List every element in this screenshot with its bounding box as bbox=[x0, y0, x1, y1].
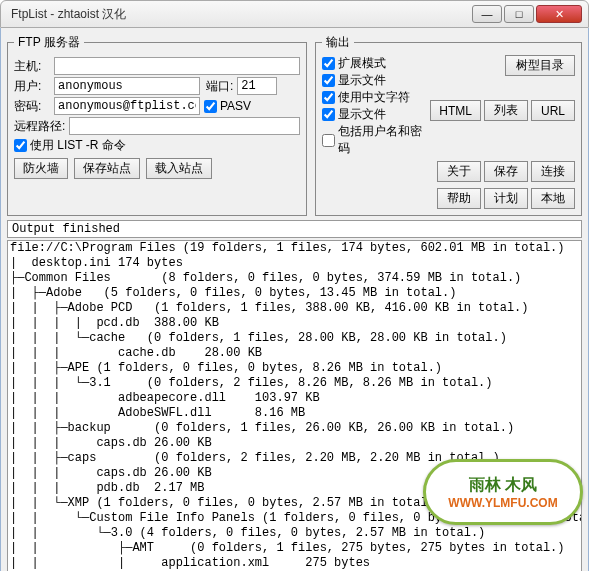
close-button[interactable]: ✕ bbox=[536, 5, 582, 23]
extmode-checkbox[interactable] bbox=[322, 57, 335, 70]
window-title: FtpList - zhtaoist 汉化 bbox=[7, 6, 470, 23]
help-button[interactable]: 帮助 bbox=[437, 188, 481, 209]
listr-label: 使用 LIST -R 命令 bbox=[30, 137, 126, 154]
showfile2-checkbox[interactable] bbox=[322, 108, 335, 121]
status-bar: Output finished bbox=[7, 220, 582, 238]
connect-button[interactable]: 连接 bbox=[531, 161, 575, 182]
remote-path-input[interactable] bbox=[69, 117, 300, 135]
url-button[interactable]: URL bbox=[531, 100, 575, 121]
remote-path-label: 远程路径: bbox=[14, 118, 65, 135]
pwd-input[interactable] bbox=[54, 97, 200, 115]
save-button[interactable]: 保存 bbox=[484, 161, 528, 182]
includeuser-checkbox[interactable] bbox=[322, 134, 335, 147]
about-button[interactable]: 关于 bbox=[437, 161, 481, 182]
host-label: 主机: bbox=[14, 58, 50, 75]
output-group: 输出 扩展模式 显示文件 使用中文字符 显示文件 包括用户名和密码 树型目录 H… bbox=[315, 34, 582, 216]
save-site-button[interactable]: 保存站点 bbox=[74, 158, 140, 179]
firewall-button[interactable]: 防火墙 bbox=[14, 158, 68, 179]
includeuser-label: 包括用户名和密码 bbox=[338, 123, 430, 157]
listr-checkbox[interactable] bbox=[14, 139, 27, 152]
list-button[interactable]: 列表 bbox=[484, 100, 528, 121]
pasv-label: PASV bbox=[220, 99, 251, 113]
pasv-checkbox[interactable] bbox=[204, 100, 217, 113]
user-label: 用户: bbox=[14, 78, 50, 95]
port-input[interactable] bbox=[237, 77, 277, 95]
ftp-legend: FTP 服务器 bbox=[14, 34, 84, 51]
window-content: FTP 服务器 主机: 用户: 端口: 密码: PASV 远程路径: bbox=[0, 28, 589, 571]
output-legend: 输出 bbox=[322, 34, 354, 51]
showfile-checkbox[interactable] bbox=[322, 74, 335, 87]
showfile-label: 显示文件 bbox=[338, 72, 386, 89]
output-listing[interactable]: file://C:\Program Files (19 folders, 1 f… bbox=[7, 240, 582, 571]
showfile2-label: 显示文件 bbox=[338, 106, 386, 123]
load-site-button[interactable]: 载入站点 bbox=[146, 158, 212, 179]
html-button[interactable]: HTML bbox=[430, 100, 481, 121]
titlebar: FtpList - zhtaoist 汉化 — □ ✕ bbox=[0, 0, 589, 28]
usecjk-label: 使用中文字符 bbox=[338, 89, 410, 106]
ftp-server-group: FTP 服务器 主机: 用户: 端口: 密码: PASV 远程路径: bbox=[7, 34, 307, 216]
host-input[interactable] bbox=[54, 57, 300, 75]
maximize-button[interactable]: □ bbox=[504, 5, 534, 23]
local-button[interactable]: 本地 bbox=[531, 188, 575, 209]
user-input[interactable] bbox=[54, 77, 200, 95]
port-label: 端口: bbox=[206, 78, 233, 95]
usecjk-checkbox[interactable] bbox=[322, 91, 335, 104]
treedir-button[interactable]: 树型目录 bbox=[505, 55, 575, 76]
plan-button[interactable]: 计划 bbox=[484, 188, 528, 209]
minimize-button[interactable]: — bbox=[472, 5, 502, 23]
pwd-label: 密码: bbox=[14, 98, 50, 115]
extmode-label: 扩展模式 bbox=[338, 55, 386, 72]
